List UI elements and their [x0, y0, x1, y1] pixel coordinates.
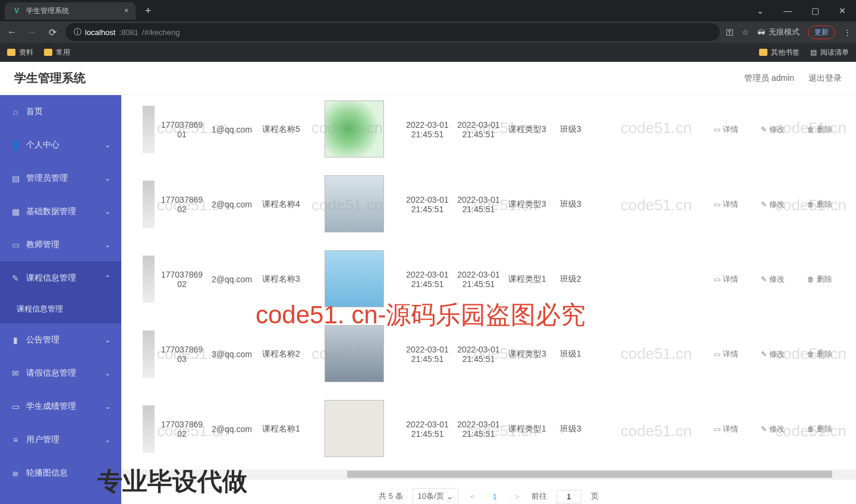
sidebar-item-teacher[interactable]: ▭教师管理⌄: [0, 228, 121, 262]
detail-button[interactable]: ▭详情: [714, 199, 738, 210]
delete-button[interactable]: 🗑删除: [807, 424, 832, 434]
horizontal-scrollbar[interactable]: [121, 470, 856, 479]
update-button[interactable]: 更新: [808, 26, 835, 39]
row-start-time: 2022-03-01 21:45:51: [402, 120, 453, 139]
incognito-icon: 🕶: [757, 28, 765, 37]
delete-button[interactable]: 🗑删除: [807, 274, 832, 285]
row-course-name: 课程名称3: [256, 274, 307, 285]
detail-button[interactable]: ▭详情: [714, 274, 738, 285]
page-number[interactable]: 1: [486, 490, 503, 503]
url-field[interactable]: ⓘ localhost:8081/#/kecheng: [65, 23, 720, 41]
star-icon[interactable]: ☆: [742, 28, 749, 37]
delete-icon: 🗑: [807, 425, 814, 433]
prev-page-icon[interactable]: <: [468, 492, 477, 501]
sidebar-item-user[interactable]: 👤个人中心⌄: [0, 128, 121, 162]
sidebar-item-score[interactable]: ▭学生成绩管理⌄: [0, 390, 121, 423]
maximize-icon[interactable]: ▢: [801, 0, 829, 21]
row-end-time: 2022-03-01 21:45:51: [453, 270, 504, 289]
incognito-indicator[interactable]: 🕶 无痕模式: [757, 27, 800, 37]
data-icon: ▦: [11, 207, 20, 216]
row-start-time: 2022-03-01 21:45:51: [402, 420, 453, 439]
edit-icon: ✎: [761, 200, 767, 209]
row-actions: ▭详情✎修改🗑删除: [591, 349, 856, 360]
sidebar-item-label: 首页: [26, 106, 43, 117]
delete-button[interactable]: 🗑删除: [807, 124, 832, 135]
bookmark-folder[interactable]: 常用: [44, 48, 70, 58]
edit-button[interactable]: ✎修改: [761, 424, 785, 434]
edit-icon: ✎: [761, 125, 767, 134]
new-tab-button[interactable]: +: [140, 2, 156, 20]
close-window-icon[interactable]: ✕: [829, 0, 856, 21]
url-path: /#/kecheng: [142, 28, 180, 37]
sidebar-item-home[interactable]: ⌂首页: [0, 95, 121, 128]
delete-button[interactable]: 🗑删除: [807, 199, 832, 210]
other-bookmarks[interactable]: 其他书签: [759, 48, 800, 58]
list-icon: ▤: [810, 48, 817, 56]
edit-button[interactable]: ✎修改: [761, 274, 785, 285]
row-actions: ▭详情✎修改🗑删除: [591, 274, 856, 285]
page-size-select[interactable]: 10条/页 ⌄: [413, 488, 458, 504]
edit-button[interactable]: ✎修改: [761, 349, 785, 360]
folder-icon: [44, 49, 52, 56]
bookmark-folder[interactable]: 资料: [7, 48, 33, 58]
back-icon[interactable]: ←: [5, 27, 19, 37]
row-class: 班级3: [550, 124, 591, 135]
row-course-type: 课程类型1: [504, 274, 550, 285]
sidebar-item-leave[interactable]: ✉请假信息管理⌄: [0, 357, 121, 390]
sidebar-subitem-course-info[interactable]: 课程信息管理: [0, 295, 121, 323]
delete-icon: 🗑: [807, 350, 814, 358]
table-row: 177037869​011@qq.com课程名称52022-03-01 21:4…: [121, 95, 856, 170]
app-title: 学生管理系统: [14, 70, 86, 86]
minimize-icon[interactable]: —: [774, 0, 801, 21]
row-image: [307, 175, 402, 234]
total-count: 共 5 条: [379, 491, 402, 502]
edit-icon: ✎: [761, 350, 767, 358]
sidebar-item-carousel[interactable]: ≣轮播图信息: [0, 456, 121, 490]
goto-label: 前往: [531, 491, 547, 502]
goto-page-input[interactable]: [556, 490, 581, 503]
sidebar-item-label: 教师管理: [26, 240, 59, 250]
row-id: 177037869​01: [156, 120, 208, 139]
row-thumb: [121, 256, 156, 303]
edit-button[interactable]: ✎修改: [761, 199, 785, 210]
delete-button[interactable]: 🗑删除: [807, 349, 832, 360]
sidebar-item-label: 请假信息管理: [26, 368, 76, 379]
scrollbar-thumb[interactable]: [347, 471, 832, 478]
sidebar-item-notice[interactable]: ▮公告管理⌄: [0, 323, 121, 357]
forward-icon[interactable]: →: [25, 27, 39, 37]
current-user[interactable]: 管理员 admin: [744, 73, 794, 84]
detail-icon: ▭: [714, 275, 720, 284]
reading-list[interactable]: ▤阅读清单: [810, 48, 849, 58]
row-class: 班级1: [550, 349, 591, 360]
sidebar-item-label: 基础数据管理: [26, 206, 76, 217]
chevron-down-icon[interactable]: ⌄: [747, 0, 774, 21]
reload-icon[interactable]: ⟳: [45, 27, 59, 38]
sidebar-item-data[interactable]: ▦基础数据管理⌄: [0, 195, 121, 228]
logout-link[interactable]: 退出登录: [808, 73, 842, 84]
sidebar-item-course[interactable]: ✎课程信息管理⌃: [0, 262, 121, 295]
menu-kebab-icon[interactable]: ⋮: [844, 28, 851, 37]
tab-close-icon[interactable]: ×: [124, 7, 128, 15]
chevron-down-icon: ⌄: [105, 207, 111, 216]
sidebar-item-label: 课程信息管理: [26, 273, 76, 284]
row-thumb: [121, 330, 156, 378]
detail-button[interactable]: ▭详情: [714, 349, 738, 360]
sidebar-item-users[interactable]: ≡用户管理⌄: [0, 423, 121, 456]
detail-icon: ▭: [714, 200, 720, 209]
detail-button[interactable]: ▭详情: [714, 424, 738, 434]
chevron-up-icon: ⌃: [105, 274, 111, 282]
row-course-name: 课程名称5: [256, 124, 307, 135]
next-page-icon[interactable]: >: [512, 492, 522, 501]
table-row: 177037869​022@qq.com课程名称42022-03-01 21:4…: [121, 170, 856, 245]
key-icon[interactable]: ⚿: [726, 28, 734, 37]
row-course-type: 课程类型3: [504, 349, 550, 360]
browser-tab[interactable]: V 学生管理系统 ×: [5, 2, 136, 20]
detail-button[interactable]: ▭详情: [714, 124, 738, 135]
chevron-down-icon: ⌄: [105, 369, 111, 377]
users-icon: ≡: [11, 435, 20, 445]
row-id: 177037869​02: [156, 270, 208, 289]
sidebar-item-admin[interactable]: ▤管理员管理⌄: [0, 162, 121, 195]
edit-button[interactable]: ✎修改: [761, 124, 785, 135]
sidebar-item-label: 管理员管理: [26, 173, 68, 184]
row-actions: ▭详情✎修改🗑删除: [591, 424, 856, 434]
